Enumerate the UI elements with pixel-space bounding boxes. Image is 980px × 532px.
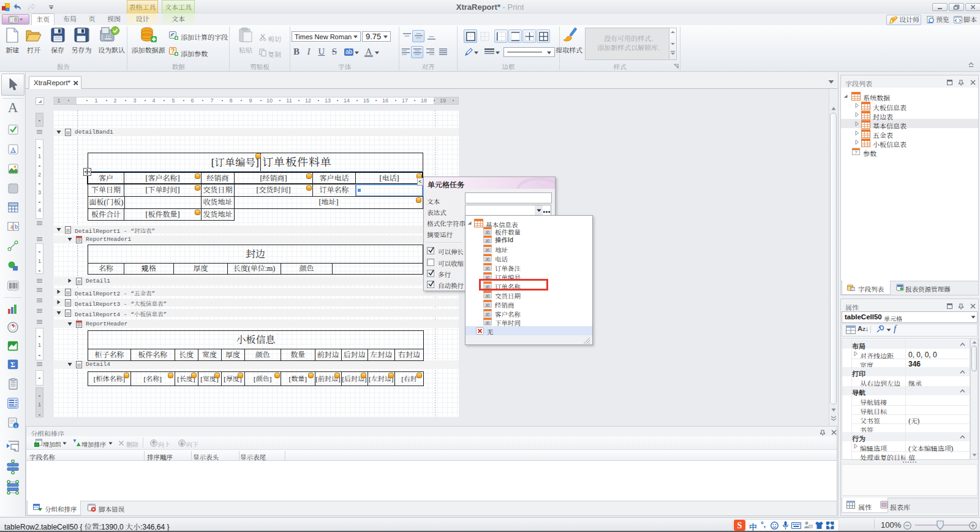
svg-text:ab: ab xyxy=(485,266,490,270)
svg-text:a: a xyxy=(10,224,13,230)
svg-text:3b: 3b xyxy=(809,525,813,528)
svg-text:A: A xyxy=(11,146,16,153)
svg-text:b: b xyxy=(15,224,18,230)
svg-text:Σ: Σ xyxy=(10,360,15,369)
svg-text:ab: ab xyxy=(485,303,490,307)
svg-text:S: S xyxy=(737,521,742,530)
svg-text:ab: ab xyxy=(485,238,490,243)
svg-text:ab: ab xyxy=(485,257,490,261)
svg-text:ab: ab xyxy=(485,248,490,252)
svg-text:ab: ab xyxy=(485,294,490,298)
svg-text:?: ? xyxy=(855,150,858,154)
svg-text:ab: ab xyxy=(485,230,490,234)
svg-text:i: i xyxy=(15,424,17,428)
svg-text:ab: ab xyxy=(485,312,490,316)
svg-text:ab: ab xyxy=(485,321,490,325)
